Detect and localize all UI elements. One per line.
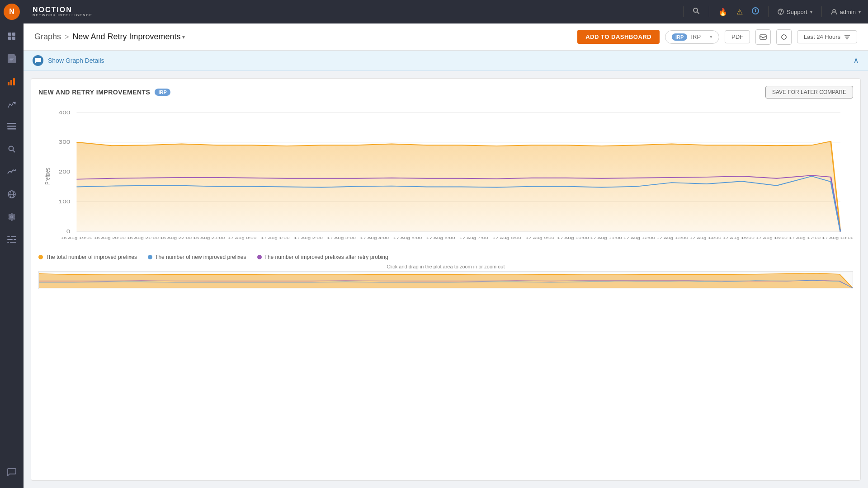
svg-rect-2 (8, 37, 11, 40)
nav-separator-1 (683, 6, 684, 17)
irp-select-value: IRP (691, 33, 706, 40)
chart-legend: The total number of improved prefixes Th… (38, 254, 853, 260)
x-label-8: 17 Aug 3:00 (327, 236, 356, 240)
pdf-button[interactable]: PDF (725, 30, 750, 43)
search-nav-icon[interactable] (3, 140, 21, 158)
svg-rect-0 (8, 33, 11, 36)
y-tick-200: 200 (59, 169, 71, 175)
y-tick-100: 100 (59, 199, 71, 205)
svg-rect-33 (760, 35, 766, 39)
x-label-13: 17 Aug 8:00 (492, 236, 521, 240)
mini-chart-area: Click and drag in the plot area to zoom … (38, 264, 853, 290)
controls-icon[interactable] (3, 230, 21, 249)
chart-container: NEW AND RETRY IMPROVEMENTS IRP SAVE FOR … (31, 78, 861, 481)
crosshair-button[interactable] (776, 29, 792, 45)
support-arrow: ▾ (810, 9, 812, 14)
y-tick-400: 400 (59, 110, 71, 115)
breadcrumb-graphs[interactable]: Graphs (34, 32, 61, 42)
x-label-12: 17 Aug 7:00 (459, 236, 488, 240)
svg-rect-9 (13, 78, 15, 85)
main-chart-svg[interactable]: Prefixes 400 300 200 (38, 104, 853, 249)
chat-icon[interactable] (3, 463, 21, 481)
chart-header: NEW AND RETRY IMPROVEMENTS IRP SAVE FOR … (38, 86, 853, 99)
chart-irp-badge: IRP (155, 89, 170, 96)
nav-separator-3 (768, 6, 769, 17)
search-top-icon[interactable] (693, 7, 700, 16)
graph-details-bar: Show Graph Details ∧ (24, 51, 868, 71)
admin-menu[interactable]: admin ▾ (831, 9, 861, 15)
navbar-left: NOCTION NETWORK INTELLIGENCE (31, 6, 92, 18)
irp-selector[interactable]: IRP IRP ▾ (665, 30, 719, 44)
svg-rect-22 (14, 239, 16, 240)
x-label-21: 17 Aug 16:00 (756, 236, 788, 240)
sidebar: N (0, 0, 24, 488)
analytics-icon[interactable] (3, 95, 21, 113)
svg-rect-7 (8, 82, 9, 85)
graphs-icon[interactable] (3, 72, 21, 90)
content-area: Graphs > New And Retry Improvements ▾ AD… (24, 23, 868, 488)
nav-separator-2 (709, 6, 709, 17)
email-button[interactable] (755, 29, 771, 45)
svg-rect-6 (9, 61, 12, 61)
settings-icon[interactable] (3, 208, 21, 226)
support-button[interactable]: Support ▾ (778, 9, 812, 15)
svg-rect-11 (7, 123, 16, 124)
svg-line-15 (13, 150, 15, 152)
svg-rect-12 (7, 126, 16, 127)
x-label-7: 17 Aug 2:00 (294, 236, 323, 240)
header-actions: ADD TO DASHBOARD IRP IRP ▾ PDF Last 24 H… (577, 29, 857, 45)
svg-marker-44 (39, 273, 853, 288)
x-label-10: 17 Aug 5:00 (393, 236, 422, 240)
legend-dot-retry (257, 255, 262, 259)
svg-rect-3 (12, 37, 15, 40)
svg-rect-19 (7, 236, 10, 237)
x-label-20: 17 Aug 15:00 (722, 236, 755, 240)
alert-warning-icon[interactable]: ⚠ (736, 8, 743, 16)
breadcrumb-page-label: New And Retry Improvements (72, 32, 180, 42)
globe-icon[interactable] (3, 185, 21, 203)
main-wrapper: NOCTION NETWORK INTELLIGENCE 🔥 ⚠ Support… (24, 0, 868, 488)
svg-rect-8 (10, 80, 12, 85)
graph-details-left: Show Graph Details (33, 55, 104, 66)
breadcrumb-dropdown-arrow[interactable]: ▾ (182, 34, 185, 40)
graph-details-collapse-button[interactable]: ∧ (853, 56, 859, 66)
add-to-dashboard-button[interactable]: ADD TO DASHBOARD (577, 30, 660, 44)
breadcrumb-separator: > (65, 33, 69, 41)
svg-rect-21 (7, 239, 13, 240)
svg-chart-wrapper: Prefixes 400 300 200 (38, 104, 853, 477)
x-label-11: 17 Aug 6:00 (426, 236, 455, 240)
y-tick-300: 300 (59, 140, 71, 145)
x-label-6: 17 Aug 1:00 (261, 236, 290, 240)
mini-chart-svg[interactable] (38, 271, 853, 289)
list-icon[interactable] (3, 117, 21, 136)
support-label: Support (787, 9, 807, 15)
x-label-3: 16 Aug 22:00 (160, 236, 192, 240)
x-label-4: 16 Aug 23:00 (193, 236, 225, 240)
logo: N (4, 4, 20, 20)
navbar-right: 🔥 ⚠ Support ▾ admin ▾ (683, 6, 861, 17)
svg-rect-20 (11, 236, 16, 237)
alert-info-icon[interactable] (752, 7, 759, 16)
dashboard-icon[interactable] (3, 27, 21, 45)
page-header: Graphs > New And Retry Improvements ▾ AD… (24, 23, 868, 51)
reports-icon[interactable] (3, 50, 21, 68)
breadcrumb-current-page: New And Retry Improvements ▾ (72, 32, 185, 42)
zoom-hint: Click and drag in the plot area to zoom … (38, 264, 853, 269)
svg-rect-13 (7, 128, 16, 130)
irp-badge: IRP (672, 33, 687, 41)
irp-dropdown-arrow: ▾ (710, 34, 712, 40)
orange-area (76, 141, 840, 232)
svg-point-29 (755, 9, 756, 10)
app-subtitle: NETWORK INTELLIGENCE (33, 14, 92, 18)
admin-label: admin (840, 9, 856, 15)
chart-title: NEW AND RETRY IMPROVEMENTS (38, 89, 150, 96)
legend-label-total: The total number of improved prefixes (46, 254, 137, 260)
trends-icon[interactable] (3, 163, 21, 181)
x-label-18: 17 Aug 13:00 (656, 236, 689, 240)
legend-dot-new (148, 255, 152, 259)
graph-details-label[interactable]: Show Graph Details (48, 57, 104, 64)
save-for-later-compare-button[interactable]: SAVE FOR LATER COMPARE (765, 86, 853, 99)
alert-fire-icon[interactable]: 🔥 (718, 8, 727, 16)
time-filter[interactable]: Last 24 Hours (797, 30, 857, 43)
svg-rect-24 (10, 242, 16, 243)
